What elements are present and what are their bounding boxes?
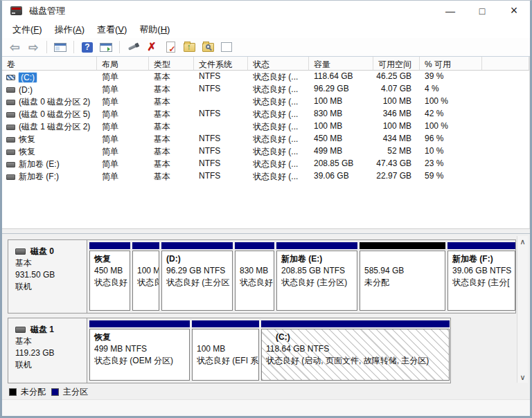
disk1-partitions: 恢复499 MB NTFS状态良好 (OEM 分区) 100 MB状态良好 (E… (87, 318, 450, 383)
folder-up-icon[interactable]: ↑ (182, 41, 196, 53)
legend: 未分配 主分区 (2, 385, 530, 399)
app-icon (10, 6, 22, 15)
disk0-status: 联机 (15, 281, 87, 293)
menu-bar: 文件(F) 操作(A) 查看(V) 帮助(H) (2, 21, 530, 38)
drive-icon (15, 327, 26, 333)
volume-row-recovery-450[interactable]: 恢复 简单 基本 NTFS 状态良好 (... 450 MB 434 MB 96… (2, 133, 529, 145)
scroll-up-icon[interactable]: ∧ (517, 236, 528, 247)
partition-color-bar (132, 242, 159, 249)
disk-graphics-pane: 磁盘 0 基本 931.50 GB 联机 恢复450 MB状态良好 100 MB… (2, 234, 530, 385)
col-filler (482, 57, 529, 70)
partition-830mb[interactable]: 830 MB状态良好 (235, 242, 274, 311)
volume-icon (6, 125, 15, 130)
selected-volume-label: (C:) (19, 73, 37, 82)
volume-row-f[interactable]: 新加卷 (F:) 简单 基本 NTFS 状态良好 (... 39.06 GB 2… (2, 170, 529, 183)
help-icon[interactable]: ? (80, 41, 94, 53)
volume-row-recovery-499[interactable]: 恢复 简单 基本 NTFS 状态良好 (... 499 MB 52 MB 10 … (2, 145, 529, 158)
back-icon[interactable]: ⇦ (8, 41, 21, 53)
partition-recovery-450[interactable]: 恢复450 MB状态良好 (89, 242, 130, 311)
minimize-button[interactable]: — (434, 1, 466, 21)
partition-e[interactable]: 新加卷 (E:)208.85 GB NTFS状态良好 (主分区) (276, 242, 357, 311)
disk0-size: 931.50 GB (15, 269, 87, 281)
partition-recovery-499[interactable]: 恢复499 MB NTFS状态良好 (OEM 分区) (89, 320, 190, 381)
partition-100mb-d1[interactable]: 100 MB状态良好 (EFI 系 (192, 320, 259, 381)
console-tree-icon[interactable] (53, 41, 67, 53)
volume-row-c[interactable]: (C:) 简单 基本 NTFS 状态良好 (... 118.64 GB 46.2… (2, 71, 529, 83)
toolbar-separator (46, 41, 47, 53)
col-status[interactable]: 状态 (248, 57, 309, 70)
volume-icon (6, 87, 15, 93)
volume-icon (6, 174, 15, 180)
volume-icon (6, 112, 15, 118)
disk1-label[interactable]: 磁盘 1 基本 119.23 GB 联机 (8, 318, 87, 383)
col-free-space[interactable]: 可用空间 (373, 57, 420, 70)
volume-row-disk1-part2[interactable]: (磁盘 1 磁盘分区 2) 简单 基本 状态良好 (... 100 MB 100… (2, 120, 529, 133)
checklist-icon[interactable] (220, 41, 233, 53)
disk1-size: 119.23 GB (15, 347, 87, 359)
col-type[interactable]: 类型 (149, 57, 194, 70)
toolbar-separator (119, 41, 120, 53)
check-document-icon[interactable]: ✓ (163, 41, 177, 53)
drive-icon (15, 248, 26, 255)
volume-list-header: 卷 布局 类型 文件系统 状态 容量 可用空间 % 可用 (2, 57, 529, 71)
partition-unallocated[interactable]: 585.94 GB未分配 (360, 242, 445, 311)
caption-buttons: — □ × (434, 1, 530, 21)
col-capacity[interactable]: 容量 (309, 57, 373, 70)
unallocated-swatch (9, 388, 17, 396)
partition-color-bar (360, 242, 445, 249)
partition-d[interactable]: (D:)96.29 GB NTFS状态良好 (主分区 (161, 242, 233, 311)
volume-row-disk0-part5[interactable]: (磁盘 0 磁盘分区 5) 简单 基本 NTFS 状态良好 (... 830 M… (2, 108, 529, 120)
horizontal-scrollbar[interactable] (2, 228, 530, 234)
vertical-scrollbar[interactable]: ∧ ∨ (517, 236, 528, 383)
volume-icon (6, 75, 15, 80)
col-percent-free[interactable]: % 可用 (420, 57, 482, 70)
disk1-row: 磁盘 1 基本 119.23 GB 联机 恢复499 MB NTFS状态良好 (… (8, 318, 451, 383)
status-strip (2, 399, 530, 417)
disk0-row: 磁盘 0 基本 931.50 GB 联机 恢复450 MB状态良好 100 MB… (8, 239, 516, 314)
col-filesystem[interactable]: 文件系统 (194, 57, 248, 70)
toolbar: ⇦ ⇨ ? ✗ ✓ ↑ (2, 38, 530, 57)
title-bar: 磁盘管理 — □ × (2, 1, 530, 21)
wand-tool-icon[interactable] (126, 41, 140, 53)
disk1-status: 联机 (15, 359, 87, 371)
disk1-type: 基本 (15, 336, 87, 347)
partition-f[interactable]: 新加卷 (F:)39.06 GB NTFS状态良好 (主分[ (447, 242, 515, 311)
partition-color-bar (161, 242, 233, 249)
disk0-label[interactable]: 磁盘 0 基本 931.50 GB 联机 (8, 240, 87, 313)
maximize-button[interactable]: □ (466, 1, 498, 21)
partition-100mb-d0[interactable]: 100 MB状态良好 (132, 242, 159, 311)
menu-file[interactable]: 文件(F) (6, 21, 48, 38)
legend-unallocated: 未分配 (9, 386, 46, 398)
volume-row-disk0-part2[interactable]: (磁盘 0 磁盘分区 2) 简单 基本 状态良好 (... 100 MB 100… (2, 96, 529, 108)
volume-icon (6, 137, 15, 143)
menu-action[interactable]: 操作(A) (48, 21, 91, 38)
action-pane-icon[interactable] (99, 41, 113, 53)
volume-row-e[interactable]: 新加卷 (E:) 简单 基本 NTFS 状态良好 (... 208.85 GB … (2, 158, 529, 170)
partition-color-bar (192, 320, 259, 327)
delete-volume-icon[interactable]: ✗ (145, 41, 159, 53)
partition-color-bar (276, 242, 357, 249)
disk0-type: 基本 (15, 257, 87, 269)
col-layout[interactable]: 布局 (97, 57, 149, 70)
toolbar-separator (73, 41, 74, 53)
folder-search-icon[interactable] (201, 41, 215, 53)
close-button[interactable]: × (498, 1, 530, 21)
disk0-partitions: 恢复450 MB状态良好 100 MB状态良好 (D:)96.29 GB NTF… (87, 240, 515, 313)
volume-icon (6, 100, 15, 105)
menu-help[interactable]: 帮助(H) (133, 21, 176, 38)
primary-partition-swatch (51, 388, 59, 396)
partition-color-bar (89, 242, 130, 249)
col-volume[interactable]: 卷 (2, 57, 97, 70)
volume-list: 卷 布局 类型 文件系统 状态 容量 可用空间 % 可用 (C:) 简单 基本 … (2, 57, 530, 228)
partition-c-selected[interactable]: (C:)118.64 GB NTFS状态良好 (启动, 页面文件, 故障转储, … (261, 320, 450, 381)
volume-row-d[interactable]: (D:) 简单 基本 NTFS 状态良好 (... 96.29 GB 4.07 … (2, 83, 529, 96)
partition-color-bar (235, 242, 274, 249)
menu-view[interactable]: 查看(V) (91, 21, 133, 38)
partition-color-bar (261, 320, 450, 327)
volume-icon (6, 162, 15, 167)
forward-icon[interactable]: ⇨ (26, 41, 40, 53)
legend-primary-partition: 主分区 (51, 386, 88, 398)
partition-color-bar (89, 320, 190, 327)
scroll-down-icon[interactable]: ∨ (517, 372, 528, 383)
partition-color-bar (447, 242, 515, 249)
